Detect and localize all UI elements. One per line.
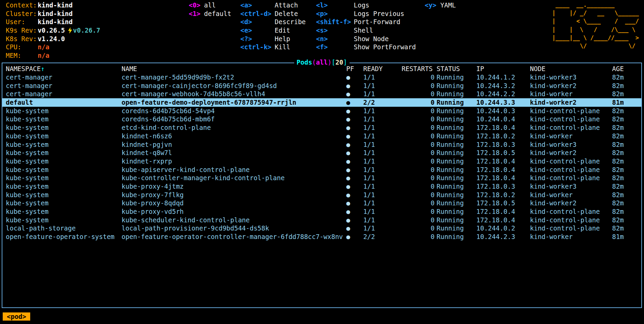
table-row[interactable]: kube-systemkindnet-pgjvn●1/10Running172.… [2, 140, 641, 149]
pf-bullet-icon: ● [346, 199, 363, 207]
info-row: MEM:n/a [6, 51, 100, 60]
info-label: CPU: [6, 43, 38, 51]
action-hotkey-menu-col1: <a>Attach<ctrl-d>Delete<d>Describe<e>Edi… [240, 1, 306, 51]
hotkey: <shift-f> [316, 18, 354, 26]
column-header-status[interactable]: STATUS [437, 63, 476, 74]
cell-ready: 1/1 [363, 191, 401, 199]
cell-restarts: 0 [402, 216, 435, 224]
column-header-ready[interactable]: READY [363, 63, 401, 74]
info-value: v0.26.5 [38, 27, 65, 34]
table-row[interactable]: open-feature-operator-systemopen-feature… [2, 233, 641, 241]
column-header-restarts[interactable]: RESTARTS [402, 63, 435, 74]
menu-item-help[interactable]: <?>Help [240, 35, 306, 43]
cell-node: kind-control-plane [530, 224, 611, 233]
cell-restarts: 0 [402, 98, 435, 107]
table-row[interactable]: cert-managercert-manager-5dd59d9d9b-fx2t… [2, 73, 641, 82]
menu-item-attach[interactable]: <a>Attach [240, 1, 306, 10]
table-row[interactable]: kube-systemkube-apiserver-kind-control-p… [2, 166, 641, 174]
menu-action-label: Attach [275, 1, 298, 9]
pf-bullet-icon: ● [346, 216, 363, 224]
cell-node: kind-worker2 [530, 82, 611, 90]
table-row[interactable]: kube-systemkube-controller-manager-kind-… [2, 174, 641, 182]
table-row[interactable]: defaultopen-feature-demo-deployment-6787… [2, 98, 641, 107]
info-label: MEM: [6, 51, 38, 60]
info-row: K8s Rev:v1.24.0 [6, 35, 100, 43]
menu-item-namespace-all[interactable]: <0>all [189, 1, 231, 10]
cell-age: 82m [612, 199, 639, 207]
menu-item-describe[interactable]: <d>Describe [240, 18, 306, 26]
pf-bullet-icon: ● [346, 149, 363, 157]
hotkey: <1> [189, 10, 204, 18]
column-header-name[interactable]: NAME [122, 63, 346, 74]
menu-item-kill[interactable]: <ctrl-k>Kill [240, 43, 306, 51]
cell-ready: 1/1 [363, 73, 401, 82]
cell-ip: 172.18.0.4 [476, 174, 529, 182]
cell-restarts: 0 [402, 199, 435, 207]
cell-namespace: kube-system [6, 115, 121, 123]
cell-restarts: 0 [402, 157, 435, 166]
cell-ready: 1/1 [363, 149, 401, 157]
cell-ip: 10.244.1.2 [476, 73, 529, 82]
menu-item-logs[interactable]: <l>Logs [316, 1, 416, 10]
cell-name: open-feature-demo-deployment-6787875947-… [122, 98, 346, 107]
table-row[interactable]: kube-systemkube-proxy-4jtmz●1/10Running1… [2, 182, 641, 191]
table-row[interactable]: kube-systemkindnet-rxprp●1/10Running172.… [2, 157, 641, 166]
table-row[interactable]: kube-systemkindnet-q8w7l●1/10Running172.… [2, 149, 641, 157]
table-row[interactable]: kube-systemkube-proxy-7flkg●1/10Running1… [2, 191, 641, 199]
cell-ip: 172.18.0.4 [476, 123, 529, 132]
cell-restarts: 0 [402, 224, 435, 233]
table-row[interactable]: kube-systemcoredns-6d4b75cb6d-mbm6f●1/10… [2, 115, 641, 123]
cell-ready: 1/1 [363, 216, 401, 224]
column-header-age[interactable]: AGE [612, 63, 639, 74]
cell-node: kind-worker3 [530, 73, 611, 82]
column-header-pf[interactable]: PF [346, 63, 363, 74]
cell-ready: 1/1 [363, 82, 401, 90]
menu-item-namespace-default[interactable]: <1>default [189, 10, 231, 18]
cell-ready: 2/2 [363, 98, 401, 107]
menu-item-yaml[interactable]: <y>YAML [425, 1, 456, 10]
cell-restarts: 0 [402, 207, 435, 216]
table-row[interactable]: kube-systemkube-proxy-8qdqd●1/10Running1… [2, 199, 641, 207]
cell-age: 82m [612, 132, 639, 140]
hotkey: <p> [316, 10, 354, 18]
table-row[interactable]: cert-managercert-manager-webhook-7d4b5b8… [2, 90, 641, 98]
table-row[interactable]: kube-systemkube-proxy-vd5rh●1/10Running1… [2, 207, 641, 216]
cell-node: kind-worker [530, 90, 611, 98]
column-header-ip[interactable]: IP [476, 63, 529, 74]
menu-item-show-portforward[interactable]: <f>Show PortForward [316, 43, 416, 51]
table-row[interactable]: kube-systemkindnet-n6sz6●1/10Running172.… [2, 132, 641, 140]
menu-action-label: Shell [354, 27, 373, 34]
menu-item-port-forward[interactable]: <shift-f>Port-Forward [316, 18, 416, 26]
menu-item-delete[interactable]: <ctrl-d>Delete [240, 10, 306, 18]
cell-restarts: 0 [402, 174, 435, 182]
menu-item-show-node[interactable]: <n>Show Node [316, 35, 416, 43]
pf-bullet-icon: ● [346, 132, 363, 140]
cell-age: 82m [612, 207, 639, 216]
menu-action-label: Logs [354, 1, 369, 9]
menu-item-shell[interactable]: <s>Shell [316, 26, 416, 35]
info-value: kind-kind [38, 18, 73, 25]
menu-item-edit[interactable]: <e>Edit [240, 26, 306, 35]
hotkey: <0> [189, 1, 204, 10]
crumb-pod-badge[interactable]: <pod> [3, 312, 30, 321]
cell-age: 82m [612, 182, 639, 191]
column-header-node[interactable]: NODE [530, 63, 611, 74]
menu-action-label: Delete [275, 10, 298, 17]
table-row[interactable]: kube-systemkube-scheduler-kind-control-p… [2, 216, 641, 224]
menu-action-label: Edit [275, 27, 290, 34]
cell-node: kind-control-plane [530, 216, 611, 224]
hotkey: <ctrl-k> [240, 43, 275, 51]
table-row[interactable]: cert-managercert-manager-cainjector-8696… [2, 82, 641, 90]
cell-namespace: local-path-storage [6, 224, 121, 233]
column-header-namespace[interactable]: NAMESPACE↑ [6, 63, 121, 74]
table-row[interactable]: kube-systemetcd-kind-control-plane●1/10R… [2, 123, 641, 132]
cell-name: kube-proxy-4jtmz [122, 182, 346, 191]
cell-restarts: 0 [402, 149, 435, 157]
logo-line: | < \____ / ___/ [552, 17, 639, 25]
menu-action-label: Port-Forward [354, 18, 400, 25]
table-row[interactable]: kube-systemcoredns-6d4b75cb6d-54vp4●1/10… [2, 107, 641, 115]
cell-age: 82m [612, 115, 639, 123]
pf-bullet-icon: ● [346, 224, 363, 233]
menu-item-logs-previous[interactable]: <p>Logs Previous [316, 10, 416, 18]
table-row[interactable]: local-path-storagelocal-path-provisioner… [2, 224, 641, 233]
